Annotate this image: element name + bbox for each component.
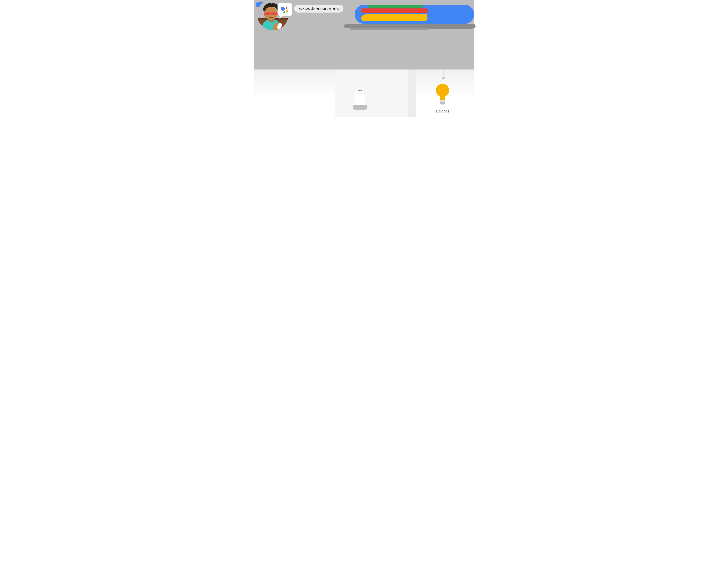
- svg-point-21: [284, 11, 285, 13]
- svg-point-23: [358, 90, 358, 91]
- devices-label: Devices: [429, 109, 456, 114]
- table-block-front: [335, 70, 416, 117]
- user-avatar-icon: [256, 0, 292, 31]
- svg-rect-30: [440, 102, 445, 104]
- voice-query-text: Hey Google, turn on the lights: [299, 7, 339, 10]
- svg-rect-29: [440, 100, 445, 102]
- user-avatar: [256, 0, 292, 31]
- svg-point-20: [286, 10, 288, 12]
- svg-point-26: [361, 90, 362, 91]
- motion-trail-red: [361, 8, 428, 13]
- svg-point-28: [436, 84, 449, 97]
- svg-point-18: [281, 7, 285, 11]
- google-home-speaker-icon: [350, 89, 369, 111]
- svg-point-25: [360, 90, 361, 91]
- svg-rect-6: [264, 12, 278, 15]
- svg-point-10: [273, 13, 275, 15]
- arrow-down-icon: [441, 70, 445, 81]
- arrow-down: [441, 70, 445, 81]
- motion-trail-gray-3: [350, 28, 429, 30]
- svg-point-9: [267, 13, 269, 15]
- voice-query-bubble: Hey Google, turn on the lights: [294, 5, 343, 12]
- motion-trail-yellow: [361, 15, 427, 21]
- lightbulb: [434, 83, 451, 106]
- diagram-canvas: Hey Google, turn on the lights: [254, 0, 474, 117]
- svg-rect-31: [440, 104, 444, 105]
- table-block-side: [408, 70, 416, 117]
- svg-point-24: [359, 90, 359, 91]
- google-home-speaker: [350, 89, 369, 111]
- svg-point-19: [286, 7, 288, 9]
- svg-point-13: [268, 3, 272, 7]
- svg-point-22: [356, 89, 364, 91]
- lightbulb-icon: [434, 83, 451, 106]
- motion-trail-green: [368, 5, 423, 8]
